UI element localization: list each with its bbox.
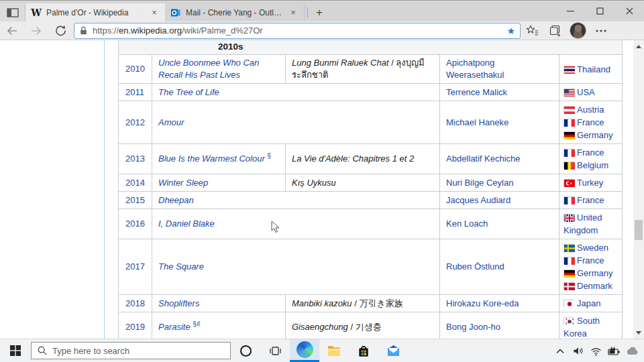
director-link[interactable]: Ken Loach: [446, 219, 488, 229]
cortana-button[interactable]: [231, 339, 260, 362]
tray-chevron-button[interactable]: [551, 340, 569, 362]
task-view-icon: [269, 345, 282, 357]
footnote-marker[interactable]: §#: [193, 320, 200, 328]
country-link[interactable]: Austria: [577, 105, 604, 115]
collections-button[interactable]: [543, 21, 566, 40]
country-link[interactable]: France: [577, 255, 604, 265]
country-link[interactable]: France: [577, 117, 604, 127]
year-link[interactable]: 2018: [125, 298, 145, 308]
back-button[interactable]: [0, 21, 24, 40]
table-row: 2015DheepanJacques AudiardFrance: [119, 192, 623, 209]
director-cell: Ken Loach: [440, 209, 559, 239]
system-tray: [551, 339, 641, 362]
country-link[interactable]: Sweden: [577, 243, 608, 253]
year-link[interactable]: 2010: [125, 64, 145, 74]
country-link[interactable]: Belgium: [577, 160, 608, 170]
country-cell: United Kingdom: [559, 209, 623, 239]
country-link[interactable]: France: [577, 147, 604, 158]
scrollbar-thumb[interactable]: [635, 220, 643, 240]
taskbar-file-explorer-button[interactable]: [319, 339, 349, 362]
director-link[interactable]: Hirokazu Kore-eda: [446, 298, 519, 308]
task-view-button[interactable]: [260, 339, 290, 362]
country-link[interactable]: Thailand: [577, 64, 610, 74]
scroll-up-button[interactable]: [633, 42, 644, 51]
film-title-link[interactable]: Uncle Boonmee Who Can Recall His Past Li…: [158, 58, 259, 80]
film-title-link[interactable]: Dheepan: [158, 195, 194, 205]
year-cell: 2017: [119, 239, 152, 295]
film-title-link[interactable]: The Square: [158, 261, 204, 272]
profile-avatar[interactable]: [570, 22, 586, 39]
director-link[interactable]: Bong Joon-ho: [446, 322, 500, 332]
start-button[interactable]: [0, 339, 31, 362]
film-title-cell: The Tree of Life: [152, 84, 440, 101]
director-link[interactable]: Abdellatif Kechiche: [446, 154, 521, 164]
film-title-link[interactable]: Parasite: [158, 322, 191, 332]
country-link[interactable]: Denmark: [577, 281, 612, 291]
film-title-link[interactable]: Blue Is the Warmest Colour: [158, 154, 265, 164]
country-link[interactable]: Turkey: [577, 178, 603, 188]
tray-onedrive-button[interactable]: [623, 340, 641, 362]
tab-close-icon[interactable]: ×: [288, 7, 299, 17]
director-link[interactable]: Terrence Malick: [446, 87, 507, 97]
taskbar-mail-button[interactable]: [378, 339, 408, 362]
film-title-link[interactable]: Amour: [158, 117, 184, 127]
year-link[interactable]: 2017: [125, 261, 145, 272]
tray-volume-button[interactable]: [569, 340, 587, 362]
country-link[interactable]: France: [577, 195, 604, 205]
country-line: Thailand: [564, 63, 618, 76]
favorites-hub-button[interactable]: [521, 21, 543, 40]
set-aside-tabs-button[interactable]: [0, 3, 25, 21]
film-title-link[interactable]: Winter Sleep: [158, 178, 208, 188]
country-link[interactable]: USA: [577, 87, 595, 97]
year-link[interactable]: 2019: [125, 322, 145, 332]
film-title-link[interactable]: Shoplifters: [158, 298, 199, 308]
minimize-button[interactable]: [555, 1, 585, 21]
year-link[interactable]: 2012: [125, 117, 145, 127]
footnote-marker[interactable]: §: [267, 152, 271, 160]
forward-button[interactable]: [24, 21, 48, 40]
year-link[interactable]: 2015: [125, 195, 145, 205]
vertical-scrollbar[interactable]: [633, 40, 644, 339]
refresh-button[interactable]: [48, 21, 72, 40]
close-window-button[interactable]: [614, 1, 644, 21]
director-link[interactable]: Ruben Östlund: [446, 261, 504, 272]
director-link[interactable]: Nuri Bilge Ceylan: [446, 178, 513, 188]
director-cell: Michael Haneke: [440, 101, 559, 144]
tab-wikipedia[interactable]: W Palme d'Or - Wikipedia ×: [25, 3, 165, 21]
favorites-hub-icon: [526, 25, 539, 36]
year-cell: 2019: [119, 312, 152, 339]
tab-close-icon[interactable]: ×: [149, 7, 160, 17]
director-link[interactable]: Jacques Audiard: [446, 195, 511, 205]
taskbar-edge-button[interactable]: [290, 339, 319, 362]
tab-outlook[interactable]: Mail - Cherie Yang - Outlook ×: [165, 3, 305, 21]
director-link[interactable]: Apichatpong Weerasethakul: [446, 58, 504, 80]
year-link[interactable]: 2016: [125, 219, 145, 229]
maximize-button[interactable]: [585, 1, 614, 21]
country-cell: South Korea: [559, 312, 623, 339]
director-link[interactable]: Michael Haneke: [446, 117, 508, 127]
year-link[interactable]: 2011: [125, 87, 144, 97]
country-cell: AustriaFranceGermany: [559, 101, 623, 144]
tray-battery-button[interactable]: [605, 340, 623, 362]
favorite-star-icon[interactable]: ★: [506, 26, 515, 36]
table-row: 2011The Tree of LifeTerrence MalickUSA: [119, 84, 623, 101]
taskbar-search[interactable]: [31, 342, 231, 359]
film-title-link[interactable]: The Tree of Life: [158, 87, 219, 97]
table-row: 2019Parasite §#Gisaengchung / 기생충Bong Jo…: [119, 312, 623, 339]
flag-france-icon: [564, 119, 574, 126]
film-title-link[interactable]: I, Daniel Blake: [158, 219, 215, 229]
address-bar[interactable]: https://en.wikipedia.org/wiki/Palme_d%27…: [74, 23, 521, 39]
flag-france-icon: [564, 196, 574, 204]
year-link[interactable]: 2013: [125, 154, 145, 164]
settings-more-button[interactable]: [590, 21, 612, 40]
scroll-down-button[interactable]: [633, 328, 644, 337]
search-input[interactable]: [52, 346, 207, 356]
url-text[interactable]: https://en.wikipedia.org/wiki/Palme_d%27…: [93, 25, 506, 36]
taskbar-store-button[interactable]: [349, 339, 378, 362]
tray-network-button[interactable]: [587, 340, 605, 362]
country-link[interactable]: Germany: [577, 130, 612, 140]
country-link[interactable]: Germany: [577, 268, 612, 278]
new-tab-button[interactable]: +: [311, 3, 328, 21]
year-link[interactable]: 2014: [125, 178, 145, 188]
country-link[interactable]: Japan: [577, 298, 600, 308]
